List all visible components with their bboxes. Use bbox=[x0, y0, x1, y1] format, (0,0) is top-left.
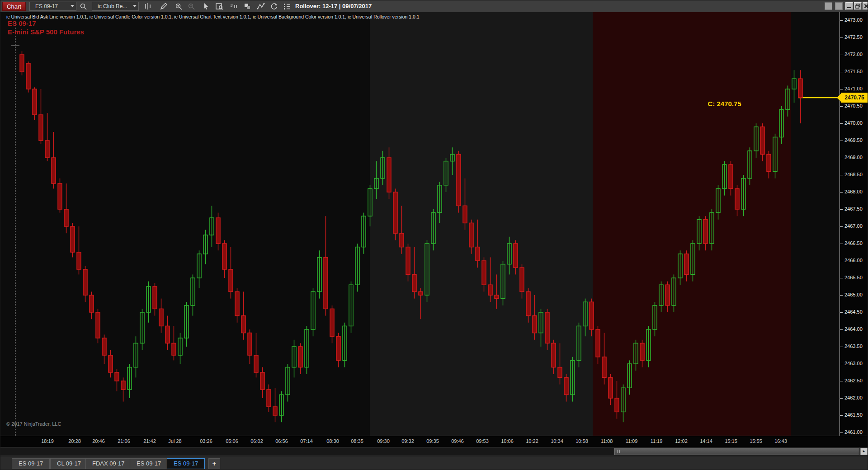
candle-body bbox=[298, 347, 302, 367]
chart-title-symbol: ES 09-17 bbox=[8, 19, 84, 28]
candle-body bbox=[463, 206, 467, 223]
candle-body bbox=[419, 291, 423, 295]
candle-body bbox=[324, 257, 328, 309]
candle-50 bbox=[336, 333, 340, 367]
candle-25 bbox=[178, 333, 182, 364]
minimize-button[interactable] bbox=[845, 2, 853, 10]
tab-cl-09-17[interactable]: CL 09-17 bbox=[50, 458, 88, 469]
layout-button-1[interactable] bbox=[825, 2, 832, 10]
candle-body bbox=[102, 338, 106, 355]
add-tab-button[interactable]: + bbox=[208, 458, 220, 469]
pointer-icon[interactable] bbox=[202, 2, 210, 10]
candle-body bbox=[254, 355, 258, 372]
candle-9 bbox=[77, 226, 81, 274]
close-icon[interactable] bbox=[863, 2, 868, 10]
template-selector[interactable]: ic Club Re... bbox=[92, 2, 139, 11]
candle-body bbox=[33, 89, 37, 115]
candle-3 bbox=[39, 89, 43, 144]
tab-fdax-09-17[interactable]: FDAX 09-17 bbox=[85, 458, 132, 469]
candle-45 bbox=[305, 326, 309, 374]
polyline-icon[interactable] bbox=[257, 2, 265, 10]
price-axis-label: 2463.00 bbox=[844, 361, 863, 366]
search-icon[interactable] bbox=[79, 2, 87, 10]
candle-28 bbox=[197, 250, 201, 288]
tab-es-09-17-1[interactable]: ES 09-17 bbox=[12, 458, 50, 469]
candle-body bbox=[64, 209, 68, 226]
price-axis-tick bbox=[840, 226, 843, 227]
time-axis-label: 20:28 bbox=[68, 438, 81, 444]
candle-20 bbox=[146, 282, 151, 323]
tab-es-09-17-active[interactable]: ES 09-17 bbox=[167, 458, 205, 469]
price-axis-tick bbox=[840, 261, 843, 261]
properties-icon[interactable] bbox=[283, 2, 291, 10]
time-axis-label: 21:06 bbox=[118, 438, 130, 444]
time-axis-label: 08:30 bbox=[326, 438, 339, 444]
candle-47 bbox=[317, 250, 321, 298]
time-axis-label: 09:35 bbox=[426, 438, 439, 444]
candle-1 bbox=[26, 61, 30, 92]
chart-window: Chart ES 09-17 ic Club Re... bbox=[0, 0, 868, 470]
price-axis-label: 2467.50 bbox=[844, 206, 863, 212]
candle-body bbox=[609, 377, 613, 398]
candle-body bbox=[488, 285, 492, 295]
price-axis-tick bbox=[840, 329, 843, 330]
price-axis-label: 2465.50 bbox=[844, 275, 863, 280]
zoom-out-icon[interactable] bbox=[187, 2, 195, 10]
candle-39 bbox=[267, 385, 271, 412]
drawing-tools-icon[interactable] bbox=[160, 2, 168, 10]
candle-38 bbox=[260, 367, 264, 398]
price-axis-tick bbox=[840, 364, 843, 364]
data-box-icon[interactable] bbox=[215, 2, 223, 10]
restore-button[interactable] bbox=[854, 2, 862, 10]
candle-22 bbox=[159, 299, 163, 333]
candle-body bbox=[615, 398, 619, 412]
candle-40 bbox=[273, 388, 277, 422]
candle-body bbox=[58, 183, 62, 209]
candle-body bbox=[52, 158, 56, 183]
layout-button-2[interactable] bbox=[835, 2, 843, 10]
price-axis-label: 2467.00 bbox=[844, 223, 863, 229]
price-axis[interactable]: 2470.75 2473.002472.502472.002471.502471… bbox=[840, 12, 868, 436]
horizontal-scrollbar: ► bbox=[0, 447, 868, 456]
interval-icon[interactable] bbox=[230, 2, 238, 10]
scrollbar-thumb[interactable] bbox=[614, 448, 859, 455]
price-axis-label: 2470.50 bbox=[844, 103, 863, 108]
reload-icon[interactable] bbox=[270, 2, 278, 10]
price-axis-tick bbox=[840, 55, 843, 55]
price-axis-label: 2470.00 bbox=[844, 120, 863, 126]
price-axis-tick bbox=[840, 141, 843, 141]
candlestick-plot[interactable] bbox=[0, 12, 840, 436]
candle-body bbox=[336, 336, 340, 360]
candle-body bbox=[469, 223, 473, 247]
zoom-in-icon[interactable] bbox=[175, 2, 183, 10]
candle-body bbox=[26, 63, 30, 89]
time-axis-label: 10:58 bbox=[576, 438, 588, 444]
candle-54 bbox=[362, 213, 366, 254]
time-axis-label: 16:43 bbox=[774, 438, 787, 444]
candle-body bbox=[108, 355, 113, 372]
time-axis[interactable]: 18:1920:2820:4621:0621:42Jul 2803:2605:0… bbox=[0, 436, 868, 447]
candle-body bbox=[248, 333, 252, 355]
candle-body bbox=[476, 247, 480, 261]
price-axis-tick bbox=[840, 278, 843, 278]
price-axis-label: 2466.00 bbox=[844, 258, 863, 263]
time-axis-label: 10:22 bbox=[526, 438, 538, 444]
candle-26 bbox=[184, 302, 189, 347]
candle-body bbox=[514, 244, 518, 268]
candle-body bbox=[552, 343, 556, 367]
time-axis-label: 08:35 bbox=[351, 438, 363, 444]
candle-body bbox=[71, 226, 75, 252]
chevron-down-icon bbox=[71, 5, 74, 7]
price-axis-tick bbox=[840, 415, 843, 416]
candle-13 bbox=[102, 334, 106, 364]
candle-body bbox=[39, 115, 43, 141]
candle-body bbox=[526, 291, 530, 315]
candle-21 bbox=[153, 283, 157, 315]
instrument-selector[interactable]: ES 09-17 bbox=[29, 2, 76, 11]
price-axis-tick bbox=[840, 432, 843, 433]
candle-body bbox=[735, 188, 739, 209]
tab-es-09-17-2[interactable]: ES 09-17 bbox=[130, 458, 168, 469]
scrollbar-right-arrow[interactable]: ► bbox=[860, 448, 868, 455]
windows-icon[interactable] bbox=[243, 2, 251, 10]
chart-style-icon[interactable] bbox=[144, 2, 152, 10]
